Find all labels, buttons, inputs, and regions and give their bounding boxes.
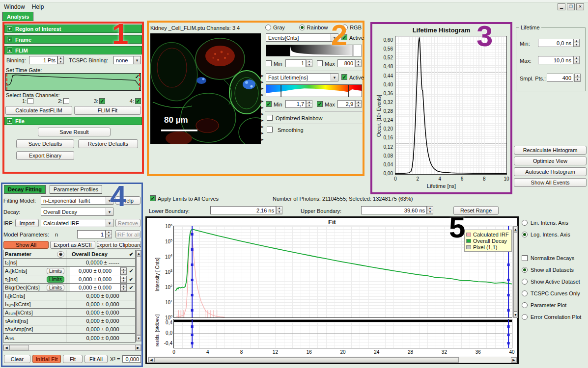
channel-3-checkbox[interactable] (99, 98, 105, 104)
mode-gray[interactable]: Gray (265, 25, 285, 30)
param-spinner[interactable]: ▲▼ (120, 275, 127, 283)
fit-residual-plot[interactable] (173, 319, 512, 348)
export-ascii-button[interactable]: Export as ASCII (50, 241, 95, 249)
lifetime-max-spinner[interactable]: ▲▼ (355, 100, 362, 108)
spinner[interactable]: ▲▼ (120, 284, 127, 291)
tab-analysis[interactable]: Analysis (2, 12, 33, 21)
flim-fit-button[interactable]: FLIM Fit (74, 106, 141, 115)
menu-help[interactable]: Help (32, 3, 44, 10)
flim-image[interactable]: 80 µm (150, 33, 261, 144)
param-check[interactable]: ✔ (127, 284, 135, 291)
binning-spinner[interactable]: ▲▼ (57, 56, 64, 64)
initial-fit-button[interactable]: Initial Fit (32, 355, 61, 363)
section-file[interactable]: ▲ File (4, 117, 142, 125)
intensity-channel-select[interactable]: Events[Cnts] (266, 33, 338, 42)
save-result-button[interactable]: Save Result (38, 128, 111, 136)
option-tcspc-curves-only[interactable]: TCSPC Curves Only (522, 290, 580, 297)
close-button[interactable]: ✕ (576, 3, 584, 10)
lifetime-max-spinner[interactable]: ▲▼ (573, 56, 580, 64)
collapse-icon[interactable]: ▼ (7, 37, 12, 42)
check-normalize-decays[interactable] (522, 255, 528, 261)
radio-show-active-dataset[interactable] (522, 279, 528, 285)
clear-button[interactable]: Clear (4, 355, 30, 363)
param-check[interactable]: ✔ (127, 267, 135, 275)
lifetime-min-checkbox[interactable] (266, 101, 272, 107)
limits-button[interactable]: Limits (47, 285, 64, 291)
irf-import-button[interactable]: Import (15, 219, 39, 227)
upper-boundary-input[interactable]: 39,60 ns (361, 206, 427, 214)
smoothing-checkbox[interactable] (267, 127, 273, 132)
recalculate-histogram-button[interactable]: Recalculate Histogram (514, 146, 587, 155)
param-value[interactable]: 0,000 ± 0,000 (70, 267, 120, 275)
n-spinner[interactable]: ▲▼ (106, 230, 112, 238)
export-binary-button[interactable]: Export Binary (16, 151, 74, 160)
fit-hscrollbar[interactable]: ◀▶ (148, 357, 517, 363)
lifetime-min-input[interactable]: 0,0 ns (538, 39, 573, 47)
apply-limits-checkbox[interactable] (150, 195, 156, 201)
lifetime-min-spinner[interactable]: ▲▼ (573, 39, 580, 47)
option-error-correlation-plot[interactable]: Error Correlation Plot (522, 314, 581, 320)
collapse-icon[interactable]: ▲ (7, 118, 12, 124)
show-all-events-button[interactable]: Show All Events (514, 178, 587, 187)
radio-log-intens-axis[interactable] (522, 232, 528, 237)
fit-button[interactable]: Fit (63, 355, 83, 363)
irf-select[interactable]: Calculated IRF (41, 219, 113, 227)
sample-points-input[interactable]: 400 (547, 74, 573, 82)
param-value[interactable]: 0,000 ± 0,000 (70, 275, 120, 283)
spinner[interactable]: ▲▼ (120, 276, 127, 283)
lower-boundary-spinner[interactable]: ▲▼ (276, 206, 282, 214)
channel-4-checkbox[interactable] (135, 98, 141, 104)
decay-select[interactable]: Overall Decay (41, 208, 113, 216)
upper-boundary-spinner[interactable]: ▲▼ (427, 206, 433, 214)
check-icon[interactable]: ✔ (129, 251, 134, 258)
limits-button[interactable]: Limits (47, 276, 64, 283)
show-all-button[interactable]: Show All (3, 241, 49, 249)
lifetime-max-input[interactable]: 2,9 (337, 100, 355, 108)
limits-button[interactable]: Limits (47, 268, 64, 274)
radio-rainbow[interactable] (299, 25, 305, 30)
param-spinner[interactable]: ▲▼ (120, 267, 127, 275)
irf-remove-button[interactable]: Remove (115, 219, 140, 227)
time-gate-plot[interactable]: ✓ (5, 73, 141, 91)
lifetime-min-input[interactable]: 1,7 (285, 100, 306, 108)
autoscale-histogram-button[interactable]: Autoscale Histogram (514, 167, 587, 176)
intensity-max-checkbox[interactable] (317, 60, 323, 66)
lifetime-max-checkbox[interactable] (317, 101, 323, 107)
fit-vscrollbar[interactable]: ▲▼ (513, 226, 518, 318)
sample-points-spinner[interactable]: ▲▼ (574, 74, 581, 82)
option-log-intens-axis[interactable]: Log. Intens. Axis (522, 231, 570, 238)
param-spinner[interactable]: ▲▼ (120, 284, 127, 291)
intensity-max-input[interactable]: 800 (337, 59, 355, 67)
lifetime-active-checkbox[interactable] (341, 74, 347, 80)
radio-gray[interactable] (265, 25, 271, 30)
intensity-min-checkbox[interactable] (266, 60, 272, 66)
export-clipboard-button[interactable]: Export to Clipboard (97, 241, 141, 249)
tcspc-binning-select[interactable]: none (113, 56, 141, 64)
lifetime-rainbow-bar[interactable] (266, 84, 362, 97)
fitting-model-select[interactable]: n-Exponential Tailfit (41, 196, 113, 205)
intensity-min-spinner[interactable]: ▲▼ (306, 59, 312, 67)
table-hscrollbar[interactable]: ◀▶ (3, 344, 141, 351)
fit-all-button[interactable]: Fit All (84, 355, 108, 363)
radio-show-all-datasets[interactable] (522, 267, 528, 273)
option-show-all-datasets[interactable]: Show all Datasets (522, 266, 574, 273)
channel-2-checkbox[interactable] (63, 98, 69, 104)
calculate-fastflim-button[interactable]: Calculate FastFLIM (5, 106, 72, 115)
irf-for-all-button[interactable]: IRF for all (115, 230, 140, 238)
n-input[interactable]: 1 (77, 230, 106, 238)
intensity-min-input[interactable]: 1 (285, 59, 306, 67)
binning-input[interactable]: 1 Pts (29, 56, 57, 64)
spinner[interactable]: ▲▼ (120, 267, 127, 275)
option-normalize-decays[interactable]: Normalize Decays (522, 255, 574, 262)
optimize-view-button[interactable]: Optimize View (514, 157, 587, 165)
option-parameter-plot[interactable]: Parameter Plot (522, 302, 566, 309)
param-value[interactable]: 0,000 ± 0,000 (70, 284, 120, 291)
radio-error-correlation-plot[interactable] (522, 314, 528, 320)
lifetime-max-input[interactable]: 10,0 ns (538, 56, 573, 64)
option-lin-intens-axis[interactable]: Lin. Intens. Axis (522, 219, 568, 226)
radio-tcspc-curves-only[interactable] (522, 290, 528, 296)
minimize-button[interactable]: ▁ (558, 3, 565, 10)
menu-window[interactable]: Window (4, 3, 25, 10)
intensity-max-spinner[interactable]: ▲▼ (355, 59, 362, 67)
gate-left-boundary[interactable] (6, 74, 7, 90)
